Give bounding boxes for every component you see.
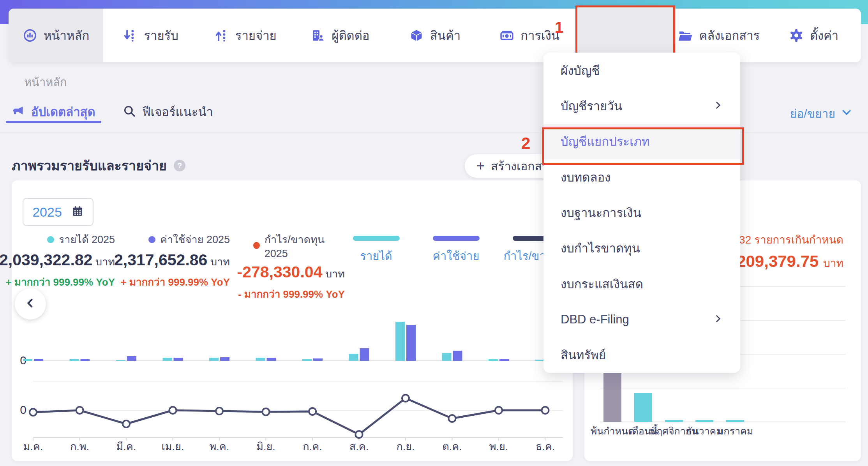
nav-item-label: สินค้า bbox=[430, 26, 460, 45]
nav-item-รายรับ[interactable]: รายรับ bbox=[103, 9, 198, 62]
documents-icon bbox=[678, 28, 693, 43]
profit-loss-point-พ.ย. bbox=[495, 407, 502, 414]
expense-icon bbox=[214, 28, 229, 43]
menu-item-ผังบัญชี[interactable]: ผังบัญชี bbox=[543, 53, 740, 88]
section-title-text: ภาพรวมรายรับและรายจ่าย bbox=[12, 155, 167, 176]
menu-item-งบกระแสเงินสด[interactable]: งบกระแสเงินสด bbox=[543, 266, 740, 302]
income-bar-มิ.ย. bbox=[256, 358, 265, 361]
expense-bar-พ.ค. bbox=[220, 357, 229, 361]
profit-loss-point-มี.ค. bbox=[123, 420, 130, 427]
nav-item-label: ผู้ติดต่อ bbox=[332, 26, 369, 45]
income-bar-เม.ย. bbox=[163, 358, 172, 361]
menu-item-label: บัญชีรายวัน bbox=[561, 96, 622, 116]
overdue-bar-ธันวาคม bbox=[695, 420, 713, 422]
profit-loss-point-ส.ค. bbox=[356, 431, 363, 438]
overdue-bar-พฤศจิกายน bbox=[665, 420, 683, 422]
expense-bar-พ.ย. bbox=[499, 359, 509, 361]
profit-loss-point-ต.ค. bbox=[449, 415, 456, 422]
menu-item-label: งบกำไรขาดทุน bbox=[561, 238, 640, 258]
expense-bar-เม.ย. bbox=[174, 358, 183, 361]
chevron-right-icon bbox=[713, 100, 723, 112]
profit-loss-point-มิ.ย. bbox=[263, 408, 270, 415]
income-bar-ม.ค. bbox=[23, 359, 32, 361]
profit-loss-point-ก.ย. bbox=[402, 395, 409, 402]
income-bar-ก.ค. bbox=[302, 359, 312, 361]
nav-item-ผู้ติดต่อ[interactable]: ผู้ติดต่อ bbox=[293, 9, 387, 62]
tab-label: ฟีเจอร์แนะนำ bbox=[142, 102, 213, 122]
x-label-ม.ค.: ม.ค. bbox=[23, 441, 43, 452]
nav-item-ตั้งค่า[interactable]: ตั้งค่า bbox=[766, 9, 861, 62]
income-expense-overview-card: 2025 รายได้ 20252,039,322.82 บาท+ มากกว่… bbox=[12, 180, 573, 461]
income-expense-chart: 00ม.ค.ก.พ.มี.ค.เม.ย.พ.ค.มิ.ย.ก.ค.ส.ค.ก.ย… bbox=[12, 180, 573, 461]
nav-item-หน้าหลัก[interactable]: หน้าหลัก bbox=[9, 9, 103, 62]
menu-item-DBD e-Filing[interactable]: DBD e-Filing bbox=[543, 302, 740, 337]
profit-loss-point-ธ.ค. bbox=[542, 407, 549, 414]
profit-loss-point-ก.พ. bbox=[76, 407, 83, 414]
menu-item-label: บัญชีแยกประเภท bbox=[561, 132, 650, 151]
tab-recommended-features[interactable]: ฟีเจอร์แนะนำ bbox=[123, 102, 213, 122]
expense-bar-ม.ค. bbox=[34, 359, 43, 361]
money-icon bbox=[499, 28, 514, 43]
line-zero-label: 0 bbox=[20, 403, 26, 416]
menu-item-label: DBD e-Filing bbox=[561, 312, 629, 327]
nav-item-รายจ่าย[interactable]: รายจ่าย bbox=[198, 9, 293, 62]
nav-item-label: รายรับ bbox=[144, 26, 178, 45]
section-title: ภาพรวมรายรับและรายจ่าย ? bbox=[12, 155, 185, 176]
menu-item-label: งบทดลอง bbox=[561, 168, 610, 187]
megaphone-icon bbox=[12, 104, 25, 119]
menu-item-บัญชีแยกประเภท[interactable]: บัญชีแยกประเภท bbox=[543, 124, 740, 159]
expense-bar-ก.ย. bbox=[406, 325, 416, 361]
expense-bar-มี.ค. bbox=[127, 356, 136, 361]
profit-loss-point-ม.ค. bbox=[30, 409, 37, 416]
income-bar-มี.ค. bbox=[116, 360, 125, 361]
nav-item-label: การเงิน bbox=[520, 26, 559, 45]
nav-item-label: ตั้งค่า bbox=[810, 26, 838, 45]
x-label-ก.ย.: ก.ย. bbox=[396, 441, 415, 452]
expense-bar-มิ.ย. bbox=[267, 358, 276, 361]
overdue-bar-มกราคม bbox=[726, 420, 744, 422]
annotation-number-2: 2 bbox=[521, 134, 530, 153]
accounts-dropdown-menu: ผังบัญชีบัญชีรายวันบัญชีแยกประเภทงบทดลอง… bbox=[543, 53, 740, 373]
tab-label: อัปเดตล่าสุด bbox=[31, 102, 95, 122]
x-label-ธ.ค.: ธ.ค. bbox=[536, 441, 555, 452]
income-bar-ต.ค. bbox=[442, 353, 452, 361]
overdue-bar-เดือนนี้ bbox=[634, 393, 652, 422]
products-icon bbox=[409, 28, 424, 43]
x-label-มิ.ย.: มิ.ย. bbox=[256, 441, 275, 452]
x-label-ก.พ.: ก.พ. bbox=[70, 441, 89, 452]
menu-item-งบทดลอง[interactable]: งบทดลอง bbox=[543, 159, 740, 195]
profit-loss-point-เม.ย. bbox=[169, 407, 176, 414]
tab-latest-updates[interactable]: อัปเดตล่าสุด bbox=[12, 102, 95, 122]
app-screen: หน้าหลักรายรับรายจ่ายผู้ติดต่อสินค้าการเ… bbox=[0, 0, 868, 466]
expense-bar-ก.พ. bbox=[81, 359, 90, 361]
menu-item-งบฐานะการเงิน[interactable]: งบฐานะการเงิน bbox=[543, 195, 740, 230]
profit-loss-point-พ.ค. bbox=[216, 408, 223, 415]
nav-item-label: คลังเอกสาร bbox=[699, 26, 760, 45]
collapse-expand-toggle[interactable]: ย่อ/ขยาย bbox=[790, 104, 852, 123]
menu-item-label: สินทรัพย์ bbox=[561, 345, 606, 365]
income-bar-ส.ค. bbox=[349, 354, 358, 361]
profit-loss-point-ก.ค. bbox=[309, 408, 316, 415]
x-label-พ.ย.: พ.ย. bbox=[489, 441, 508, 452]
x-label-พ.ค.: พ.ค. bbox=[210, 441, 229, 452]
search-icon bbox=[123, 104, 136, 119]
expense-bar-ส.ค. bbox=[360, 348, 369, 361]
x-label-ต.ค.: ต.ค. bbox=[442, 441, 462, 452]
nav-item-label: รายจ่าย bbox=[235, 26, 277, 45]
settings-icon bbox=[789, 28, 804, 43]
nav-item-สินค้า[interactable]: สินค้า bbox=[387, 9, 482, 62]
ledger-icon bbox=[601, 28, 616, 43]
profit-loss-line bbox=[33, 398, 545, 434]
help-icon[interactable]: ? bbox=[174, 160, 185, 171]
collapse-expand-label: ย่อ/ขยาย bbox=[790, 104, 835, 123]
plus-icon: + bbox=[476, 159, 485, 173]
nav-item-label: หน้าหลัก bbox=[44, 26, 89, 45]
menu-item-บัญชีรายวัน[interactable]: บัญชีรายวัน bbox=[543, 88, 740, 124]
menu-item-label: งบฐานะการเงิน bbox=[561, 203, 641, 222]
x-label-มกราคม: มกราคม bbox=[717, 425, 753, 436]
dashboard-icon bbox=[23, 28, 37, 43]
menu-item-งบกำไรขาดทุน[interactable]: งบกำไรขาดทุน bbox=[543, 231, 740, 266]
menu-item-สินทรัพย์[interactable]: สินทรัพย์ bbox=[543, 337, 740, 373]
menu-item-label: งบกระแสเงินสด bbox=[561, 274, 643, 294]
contacts-icon bbox=[311, 28, 325, 43]
